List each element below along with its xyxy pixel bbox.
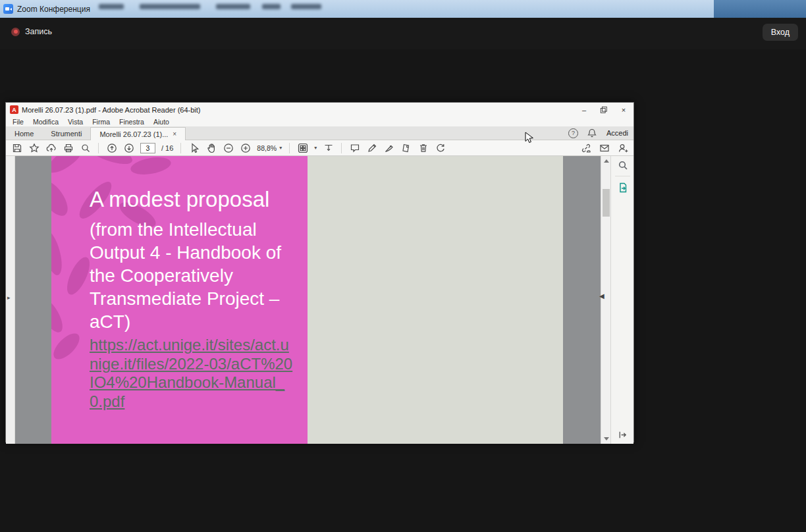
page-total-label: / 16: [161, 144, 173, 152]
trash-icon[interactable]: [417, 142, 429, 153]
tab-tools[interactable]: Strumenti: [42, 127, 90, 140]
zoom-in-icon[interactable]: [240, 142, 251, 153]
link-share-icon[interactable]: [580, 142, 591, 153]
tab-document[interactable]: Morelli 26.07.23 (1)... ×: [90, 127, 186, 140]
acrobat-menubar: File Modifica Vista Firma Finestra Aiuto: [6, 117, 633, 126]
tab-close-icon[interactable]: ×: [173, 130, 176, 138]
accedi-signin-link[interactable]: Accedi: [606, 129, 628, 137]
tab-home[interactable]: Home: [6, 127, 42, 140]
search-icon[interactable]: [80, 142, 91, 153]
slide-subtitle: (from the Intellectual Output 4 - Handbo…: [90, 218, 295, 333]
mouse-cursor: [525, 132, 533, 144]
pdf-body-paragraph: [308, 169, 563, 178]
titlebar-right-block: [714, 0, 806, 18]
acrobat-window: A Morelli 26.07.23 (1).pdf - Adobe Acrob…: [5, 102, 634, 442]
search-tools-icon[interactable]: [611, 156, 633, 174]
acrobat-toolbar: 3 / 16 88,8% ▾ ▾: [6, 140, 633, 156]
profile-add-icon[interactable]: [617, 142, 628, 153]
scroll-up-icon[interactable]: [604, 159, 609, 163]
star-favorite-icon[interactable]: [28, 142, 40, 153]
previous-page-icon[interactable]: [106, 142, 117, 153]
background-menu-blurred: [99, 4, 323, 11]
navigation-pane-strip: ▸: [6, 156, 15, 444]
select-tool-icon[interactable]: [188, 142, 200, 153]
zoom-level-dropdown[interactable]: 88,8% ▾: [257, 144, 282, 152]
menu-vista[interactable]: Vista: [68, 118, 83, 126]
chevron-down-icon: ▾: [279, 145, 282, 151]
menu-file[interactable]: File: [13, 118, 24, 126]
print-icon[interactable]: [63, 142, 74, 153]
scroll-down-icon[interactable]: [604, 437, 609, 440]
menu-aiuto[interactable]: Aiuto: [153, 118, 169, 126]
menu-firma[interactable]: Firma: [92, 118, 110, 126]
pencil-icon[interactable]: [366, 142, 377, 153]
hand-tool-icon[interactable]: [205, 142, 217, 153]
nav-pane-expand-icon[interactable]: ▸: [7, 294, 11, 301]
export-pdf-icon[interactable]: [611, 178, 633, 196]
acrobat-tabbar: Home Strumenti Morelli 26.07.23 (1)... ×…: [6, 126, 633, 140]
page-display-options-icon[interactable]: [297, 142, 308, 153]
page-number-input[interactable]: 3: [140, 143, 155, 153]
pdf-page-right: [308, 156, 563, 444]
recording-indicator: Запись: [11, 27, 52, 36]
pdf-page-left: A modest proposal (from the Intellectual…: [51, 156, 308, 444]
stamp-icon[interactable]: [400, 142, 412, 153]
signin-button[interactable]: Вход: [763, 24, 798, 41]
close-button[interactable]: ×: [614, 103, 633, 117]
restore-button[interactable]: [594, 103, 614, 117]
help-icon[interactable]: ?: [568, 128, 578, 138]
slide-title: A modest proposal: [90, 187, 295, 212]
signature-pen-icon[interactable]: [383, 142, 394, 153]
zoom-window-titlebar[interactable]: Zoom Конференция: [0, 0, 806, 18]
desktop: Zoom Конференция Запись Вход A Morelli 2…: [0, 0, 806, 532]
rotate-icon[interactable]: [435, 142, 446, 153]
meeting-toolbar: Запись Вход: [0, 18, 806, 49]
vertical-scrollbar[interactable]: [601, 156, 611, 444]
menu-modifica[interactable]: Modifica: [33, 118, 59, 126]
slide-link[interactable]: https://act.unige.it/sites/act.unige.it/…: [90, 336, 295, 411]
notifications-bell-icon[interactable]: [587, 128, 598, 139]
tools-panel: [610, 156, 633, 444]
header-ruler-icon[interactable]: [323, 142, 334, 153]
window-title: Zoom Конференция: [17, 5, 90, 14]
comment-icon[interactable]: [349, 142, 360, 153]
menu-finestra[interactable]: Finestra: [119, 118, 144, 126]
zoom-app-icon: [3, 4, 13, 14]
recording-icon: [11, 28, 20, 36]
scrollbar-thumb[interactable]: [603, 189, 610, 217]
window-controls: – ×: [574, 103, 633, 117]
save-icon[interactable]: [11, 142, 22, 153]
recording-label: Запись: [25, 27, 52, 36]
acrobat-titlebar[interactable]: A Morelli 26.07.23 (1).pdf - Adobe Acrob…: [6, 103, 633, 117]
document-area: ▸ A modest proposal (: [6, 156, 633, 444]
zoom-level-value: 88,8%: [257, 144, 277, 152]
tools-panel-divider: [615, 176, 630, 176]
tools-panel-expand-icon[interactable]: [611, 430, 633, 440]
zoom-out-icon[interactable]: [223, 142, 234, 153]
acrobat-app-icon: A: [10, 105, 18, 114]
share-cloud-icon[interactable]: [45, 142, 57, 153]
chevron-down-icon[interactable]: ▾: [314, 145, 317, 151]
acrobat-window-title: Morelli 26.07.23 (1).pdf - Adobe Acrobat…: [22, 106, 200, 114]
email-icon[interactable]: [599, 142, 610, 153]
next-page-icon[interactable]: [123, 142, 134, 153]
panel-collapse-icon[interactable]: ◀: [599, 292, 604, 300]
minimize-button[interactable]: –: [574, 103, 594, 117]
